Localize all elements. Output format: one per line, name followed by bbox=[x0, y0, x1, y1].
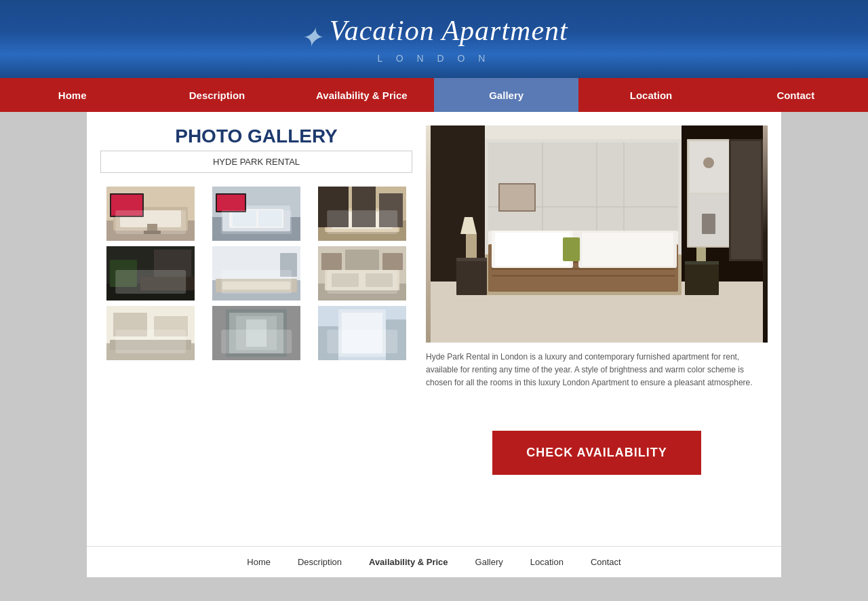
logo-subtext: L O N D O N bbox=[300, 53, 568, 64]
svg-rect-37 bbox=[332, 273, 359, 287]
svg-rect-88 bbox=[500, 185, 534, 210]
svg-rect-5 bbox=[111, 195, 142, 216]
svg-rect-82 bbox=[563, 237, 580, 261]
check-availability-area: CHECK AVAILABILITY bbox=[426, 431, 768, 475]
thumbnail-9[interactable] bbox=[312, 306, 412, 360]
svg-rect-81 bbox=[582, 233, 673, 266]
nav-location[interactable]: Location bbox=[578, 78, 723, 112]
svg-rect-1 bbox=[106, 220, 195, 241]
main-nav: Home Description Availability & Price Ga… bbox=[0, 78, 868, 112]
footer-location[interactable]: Location bbox=[530, 557, 564, 567]
nav-description[interactable]: Description bbox=[144, 78, 289, 112]
svg-rect-83 bbox=[456, 258, 487, 295]
footer-gallery[interactable]: Gallery bbox=[475, 557, 503, 567]
svg-rect-3 bbox=[120, 210, 181, 227]
footer-availability[interactable]: Availability & Price bbox=[369, 557, 448, 567]
nav-availability[interactable]: Availability & Price bbox=[290, 78, 434, 112]
left-panel: PHOTO GALLERY HYDE PARK RENTAL bbox=[100, 125, 412, 475]
svg-rect-9 bbox=[212, 217, 300, 241]
svg-rect-13 bbox=[258, 210, 282, 227]
svg-rect-89 bbox=[685, 261, 719, 295]
page-subtitle: HYDE PARK RENTAL bbox=[100, 151, 412, 173]
svg-rect-33 bbox=[280, 253, 297, 277]
svg-rect-40 bbox=[345, 250, 379, 270]
svg-point-97 bbox=[703, 157, 714, 168]
page-title: PHOTO GALLERY bbox=[100, 125, 412, 147]
svg-rect-47 bbox=[110, 340, 191, 350]
svg-rect-25 bbox=[154, 250, 191, 284]
svg-rect-38 bbox=[366, 273, 393, 287]
footer-home[interactable]: Home bbox=[247, 557, 271, 567]
check-availability-button[interactable]: CHECK AVAILABILITY bbox=[492, 431, 701, 475]
svg-rect-21 bbox=[352, 187, 376, 227]
nav-home[interactable]: Home bbox=[0, 78, 144, 112]
site-header: ✦ Vacation Apartment L O N D O N bbox=[0, 0, 868, 78]
logo-text: Vacation Apartment bbox=[330, 15, 568, 46]
thumbnail-6[interactable] bbox=[312, 246, 412, 300]
svg-rect-58 bbox=[318, 326, 338, 360]
nav-contact[interactable]: Contact bbox=[724, 78, 868, 112]
svg-rect-31 bbox=[216, 279, 297, 292]
thumbnail-5[interactable] bbox=[206, 246, 307, 300]
svg-rect-85 bbox=[466, 234, 477, 258]
svg-rect-100 bbox=[731, 141, 761, 259]
thumbnail-grid bbox=[100, 187, 412, 360]
svg-rect-84 bbox=[456, 258, 487, 261]
svg-rect-98 bbox=[702, 214, 715, 234]
description-text: Hyde Park Rental in London is a luxury a… bbox=[426, 351, 768, 390]
svg-rect-59 bbox=[386, 319, 406, 360]
thumbnail-1[interactable] bbox=[100, 187, 201, 241]
thumbnail-7[interactable] bbox=[100, 306, 201, 360]
main-container: PHOTO GALLERY HYDE PARK RENTAL bbox=[87, 112, 781, 546]
svg-rect-6 bbox=[147, 224, 157, 234]
svg-rect-18 bbox=[325, 208, 399, 232]
svg-rect-29 bbox=[212, 280, 300, 300]
svg-rect-39 bbox=[321, 253, 342, 270]
bottom-background bbox=[0, 577, 868, 598]
thumbnail-3[interactable] bbox=[312, 187, 412, 241]
svg-rect-7 bbox=[144, 231, 161, 234]
svg-rect-2 bbox=[113, 207, 188, 231]
footer-nav: Home Description Availability & Price Ga… bbox=[87, 546, 781, 577]
svg-rect-35 bbox=[318, 284, 406, 300]
right-panel: Hyde Park Rental in London is a luxury a… bbox=[426, 125, 768, 475]
content-area: PHOTO GALLERY HYDE PARK RENTAL bbox=[100, 125, 768, 475]
thumbnail-8[interactable] bbox=[206, 306, 307, 360]
thumbnail-2[interactable] bbox=[206, 187, 307, 241]
svg-rect-12 bbox=[233, 210, 256, 227]
logo: ✦ Vacation Apartment L O N D O N bbox=[300, 14, 568, 64]
footer-description[interactable]: Description bbox=[298, 557, 342, 567]
svg-rect-20 bbox=[318, 187, 349, 227]
nav-gallery[interactable]: Gallery bbox=[434, 78, 578, 112]
svg-rect-76 bbox=[492, 268, 675, 270]
svg-rect-43 bbox=[106, 343, 195, 360]
footer-contact[interactable]: Contact bbox=[591, 557, 621, 567]
svg-rect-17 bbox=[318, 220, 406, 241]
svg-rect-11 bbox=[229, 209, 283, 228]
svg-rect-57 bbox=[342, 313, 382, 353]
svg-rect-19 bbox=[332, 212, 393, 229]
svg-rect-46 bbox=[154, 316, 188, 336]
svg-rect-36 bbox=[325, 270, 399, 290]
svg-rect-32 bbox=[222, 282, 290, 290]
svg-rect-45 bbox=[113, 313, 147, 336]
logo-icon: ✦ bbox=[300, 22, 323, 53]
svg-rect-26 bbox=[110, 260, 137, 287]
svg-rect-53 bbox=[246, 319, 267, 347]
svg-rect-15 bbox=[217, 195, 245, 211]
svg-rect-22 bbox=[379, 193, 403, 227]
svg-rect-41 bbox=[382, 253, 403, 270]
svg-rect-27 bbox=[140, 277, 195, 290]
svg-rect-24 bbox=[106, 284, 195, 300]
svg-rect-90 bbox=[685, 261, 719, 265]
main-photo bbox=[426, 125, 768, 343]
svg-rect-77 bbox=[492, 275, 675, 277]
thumbnail-4[interactable] bbox=[100, 246, 201, 300]
svg-rect-79 bbox=[495, 233, 570, 266]
